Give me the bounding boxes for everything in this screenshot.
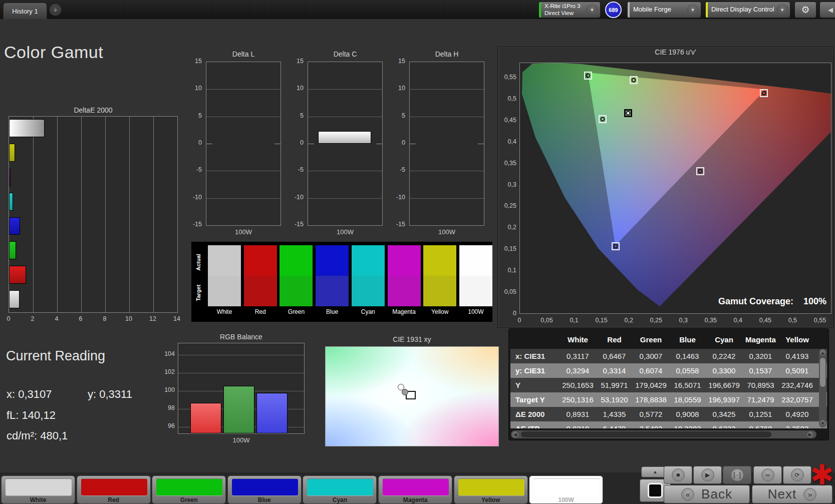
meter-dropdown[interactable]: X-Rite i1Pro 3 Direct View ▼ <box>538 2 601 18</box>
deltae2000-x-tick: 12 <box>148 315 158 322</box>
deltae2000-bar-green <box>9 241 16 259</box>
pattern-size-icon: [··] <box>731 468 744 481</box>
swatch-target <box>388 276 421 306</box>
cie1976-marker-circle <box>698 169 703 174</box>
deltae2000-x-tick: 8 <box>100 315 110 322</box>
deltaC-category-label: 100W <box>308 228 383 236</box>
scroll-right-icon[interactable]: ▶ <box>807 431 813 438</box>
table-row[interactable]: x: CIE310,31170,64670,30070,14630,22420,… <box>510 349 827 363</box>
deltaL-y-tick: 15 <box>186 58 202 65</box>
rgb-gridline <box>178 373 304 373</box>
table-row[interactable]: Target Y250,131653,1920178,883818,055919… <box>510 392 827 407</box>
pattern-color-patch <box>383 479 449 495</box>
cie1976-marker-yellow <box>630 76 638 84</box>
pattern-button-white[interactable]: White <box>1 475 75 504</box>
table-row[interactable]: ΔE ITP0,82196,44792,540310,32820,62330,6… <box>510 421 827 428</box>
deltaC-y-tick: 15 <box>288 58 304 65</box>
scroll-up-icon[interactable]: ▲ <box>819 349 826 356</box>
collapse-panel-button[interactable]: ◀ <box>819 2 835 18</box>
gamut-coverage: Gamut Coverage: 100% <box>644 296 826 307</box>
deltaC-y-tick: 0 <box>288 139 304 146</box>
pattern-button-yellow[interactable]: Yellow <box>454 475 528 504</box>
deltaC-gridline <box>308 171 382 171</box>
pattern-source-dropdown[interactable]: Mobile Forge ▼ <box>627 2 701 18</box>
swatch-green[interactable] <box>280 245 313 306</box>
rgb-balance-category-label: 100W <box>178 436 305 444</box>
pattern-button-red[interactable]: Red <box>77 475 151 504</box>
table-cell: 0,4920 <box>779 410 815 418</box>
deltae2000-chart <box>9 116 178 313</box>
table-cell: 1,4335 <box>596 410 633 418</box>
cie1976-y-tick: 0,4 <box>493 138 516 145</box>
swatch-blue[interactable] <box>316 245 349 306</box>
top-bar: History 1 + X-Rite i1Pro 3 Direct View ▼… <box>0 0 835 19</box>
deltae2000-bar-white <box>9 290 20 308</box>
pattern-size-button[interactable]: [··] <box>723 466 751 484</box>
table-cell: 0,5772 <box>633 410 669 418</box>
v-scroll-thumb[interactable] <box>820 358 825 387</box>
h-scroll-thumb[interactable] <box>521 431 771 437</box>
table-row[interactable]: y: CIE310,32940,33140,60740,05580,33000,… <box>510 363 827 378</box>
pattern-button-label: Magenta <box>379 496 452 503</box>
pattern-source-label: Mobile Forge <box>633 6 685 14</box>
display-control-dropdown[interactable]: Direct Display Control ▼ <box>705 2 790 18</box>
table-row[interactable]: Y250,165351,9971179,042916,5071196,66797… <box>510 378 827 392</box>
swatch-100w[interactable] <box>459 245 492 306</box>
swatch-yellow[interactable] <box>423 245 456 306</box>
swatch-label: Magenta <box>388 308 421 315</box>
table-row[interactable]: ΔE 20000,89311,43350,57720,90080,34250,1… <box>510 407 827 421</box>
pattern-button-green[interactable]: Green <box>152 475 226 504</box>
table-column-blue: Blue <box>669 335 706 344</box>
loop-button[interactable]: ∞ <box>753 466 782 484</box>
deltaL-y-tick: -10 <box>186 194 202 201</box>
table-row-label: y: CIE31 <box>510 366 560 375</box>
table-cell: 179,0429 <box>633 381 669 389</box>
add-tab-button[interactable]: + <box>50 4 61 16</box>
deltaL-y-tick: 0 <box>186 139 202 146</box>
zero-tick <box>274 144 281 144</box>
swatch-red[interactable] <box>244 245 277 306</box>
display-control-label: Direct Display Control <box>711 6 774 14</box>
swatch-cyan[interactable] <box>352 245 385 306</box>
cie1976-marker-circle <box>586 73 591 78</box>
rgb-gridline <box>178 355 304 355</box>
settings-button[interactable]: ⚙ <box>794 2 816 18</box>
rgb-y-tick: 102 <box>159 368 175 375</box>
cie1976-marker-circle <box>626 111 631 116</box>
deltae2000-x-tick: 6 <box>76 315 86 322</box>
table-cell: 232,4746 <box>779 381 815 389</box>
table-cell: 0,1251 <box>742 410 779 418</box>
swatch-actual <box>423 245 456 276</box>
swatch-actual <box>388 245 421 276</box>
pattern-button-cyan[interactable]: Cyan <box>303 475 377 504</box>
swatch-actual <box>459 245 492 276</box>
chevron-down-icon: ▼ <box>586 4 598 16</box>
swatch-magenta[interactable] <box>388 245 421 306</box>
cie1976-x-tick: 0,25 <box>646 317 666 324</box>
table-cell: 0,6074 <box>633 366 669 375</box>
back-button[interactable]: «Back <box>664 485 750 503</box>
scroll-left-icon[interactable]: ◀ <box>512 431 518 438</box>
pattern-button-magenta[interactable]: Magenta <box>378 475 452 504</box>
refresh-button[interactable]: ⟳ <box>783 466 811 484</box>
stop-button[interactable]: ■ <box>664 466 692 484</box>
cie1976-marker-white <box>624 109 632 117</box>
swatch-label: White <box>208 308 241 315</box>
deltae2000-x-tick: 14 <box>172 315 182 322</box>
current-reading-cd: cd/m²: 480,1 <box>7 429 68 442</box>
pattern-button-blue[interactable]: Blue <box>227 475 302 504</box>
cie1976-x-tick: 0,55 <box>810 317 830 324</box>
deltaC-bar <box>318 131 371 144</box>
swatch-white[interactable] <box>208 245 241 306</box>
pattern-button-label: Green <box>152 496 225 503</box>
back-label: Back <box>701 486 732 502</box>
play-button[interactable]: ▶ <box>693 466 722 484</box>
calman-window: History 1 + X-Rite i1Pro 3 Direct View ▼… <box>0 0 835 504</box>
tab-history-1[interactable]: History 1 <box>3 3 47 19</box>
swatch-target <box>316 276 349 306</box>
scroll-down-icon[interactable]: ▼ <box>819 420 826 426</box>
deltae2000-bar-cyan <box>9 193 13 211</box>
deltaC-chart <box>308 62 383 226</box>
pattern-button-100w[interactable]: 100W <box>529 475 603 504</box>
table-cell: 0,3117 <box>560 352 596 360</box>
